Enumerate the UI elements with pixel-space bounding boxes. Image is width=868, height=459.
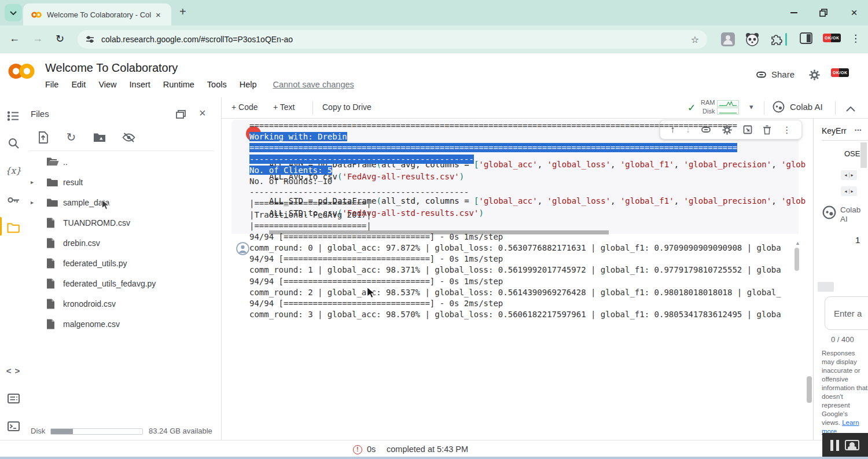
okok-extension-badge[interactable]: OK/OK (823, 34, 841, 42)
disk-usage-label: Disk (31, 427, 45, 435)
output-scroll-up-icon[interactable]: ▲ (795, 240, 800, 246)
output-line: No. of Clients: 5 (249, 165, 788, 176)
webcam-icon[interactable] (845, 440, 859, 450)
account-avatar-badge[interactable]: OK/OK (831, 68, 849, 77)
forward-icon[interactable]: → (32, 32, 43, 45)
reload-icon[interactable]: ↻ (56, 32, 64, 45)
open-in-new-panel-icon[interactable] (176, 110, 186, 121)
table-of-contents-icon[interactable] (6, 108, 21, 123)
runtime-connected-check-icon[interactable]: ✓ (687, 102, 696, 114)
notebook-scrollbar-thumb[interactable] (807, 376, 812, 403)
pager-left-icon[interactable]: ◂ (844, 189, 847, 194)
panel-scrollbar-thumb[interactable] (860, 142, 867, 168)
search-icon[interactable] (6, 135, 21, 150)
browser-menu-icon[interactable]: ⋮ (851, 32, 860, 45)
notebook-title[interactable]: Welcome To Colaboratory (45, 61, 178, 75)
recording-controls-overlay (822, 433, 868, 457)
copy-to-drive-button[interactable]: Copy to Drive (322, 102, 372, 112)
settings-gear-icon[interactable] (809, 69, 820, 83)
extensions-puzzle-icon[interactable] (770, 32, 782, 47)
url-text[interactable]: colab.research.google.com/#scrollTo=P3os… (101, 35, 691, 44)
disk-usage-fill (51, 429, 73, 434)
output-line: 94/94 [==============================] -… (249, 254, 788, 265)
url-bar[interactable]: colab.research.google.com/#scrollTo=P3os… (78, 30, 707, 49)
window-minimize-icon[interactable] (782, 0, 806, 25)
execution-duration: 0s (367, 445, 376, 454)
resources-caret-icon[interactable]: ▾ (749, 102, 753, 111)
site-settings-icon[interactable] (86, 35, 94, 43)
file-tree-item[interactable]: TUANDROMD.csv (0, 212, 222, 233)
file-tree-item[interactable]: federated_utils_fedavg.py (0, 273, 222, 293)
menu-tools[interactable]: Tools (207, 80, 227, 89)
add-text-button[interactable]: + Text (273, 102, 295, 112)
file-tree-item[interactable]: kronodroid.csv (0, 293, 222, 314)
tab-title: Welcome To Colaboratory - Col (47, 10, 152, 19)
disk-usage-bar (50, 428, 143, 435)
folder-open-icon (46, 157, 63, 167)
colab-ai-panel-button[interactable]: Colab AI (822, 205, 866, 224)
pause-icon[interactable] (830, 440, 839, 451)
expand-arrow-icon[interactable]: ▸ (31, 179, 46, 185)
menu-edit[interactable]: Edit (71, 80, 86, 89)
hide-hidden-files-icon[interactable] (121, 130, 136, 145)
share-button[interactable]: Share (756, 69, 795, 79)
command-palette-icon[interactable] (6, 391, 21, 406)
code-snippets-icon[interactable]: < > (6, 363, 21, 378)
refresh-icon[interactable]: ↻ (64, 130, 79, 145)
window-restore-icon[interactable] (812, 0, 835, 25)
expand-arrow-icon[interactable]: ▸ (31, 199, 46, 205)
share-label: Share (771, 69, 795, 79)
browser-tab-strip: Welcome To Colaboratory - Col × + × (0, 0, 868, 25)
bookmark-star-icon[interactable]: ☆ (691, 34, 699, 45)
file-tree-item[interactable]: federated_utils.py (0, 253, 222, 273)
back-icon[interactable]: ← (9, 32, 20, 45)
collapse-sections-icon[interactable] (846, 104, 855, 114)
file-tree-item[interactable]: malgenome.csv (0, 314, 222, 334)
profile-extension-icon[interactable] (721, 32, 735, 49)
upload-file-icon[interactable] (36, 130, 51, 145)
menu-insert[interactable]: Insert (130, 80, 150, 89)
file-name: federated_utils_fedavg.py (63, 279, 156, 288)
pager-control[interactable]: ◂▸ (841, 170, 857, 180)
output-line: |=======================| (249, 221, 788, 232)
panda-extension-icon[interactable] (745, 32, 759, 49)
file-name: result (63, 178, 83, 187)
output-scrollbar-thumb[interactable] (795, 248, 799, 271)
files-close-icon[interactable]: × (199, 107, 206, 120)
file-name: kronodroid.csv (63, 299, 116, 309)
menu-file[interactable]: File (45, 80, 58, 89)
file-tree-item[interactable]: drebin.csv (0, 233, 222, 253)
file-tree-item[interactable]: .. (0, 152, 222, 172)
folder-icon (46, 198, 63, 207)
menu-runtime[interactable]: Runtime (163, 80, 194, 89)
menu-view[interactable]: View (98, 80, 116, 89)
add-code-button[interactable]: + Code (231, 102, 258, 112)
panel-menu-icon[interactable]: ••• (855, 127, 862, 133)
error-side-panel: KeyErr ••• OSE ◂▸ ◂▸ Colab AI 1 Enter a … (813, 119, 868, 440)
colab-ai-button[interactable]: Colab AI (773, 101, 823, 113)
pager-right-icon[interactable]: ▸ (851, 172, 854, 178)
new-tab-icon[interactable]: + (179, 5, 186, 19)
pager-control[interactable]: ◂▸ (841, 186, 857, 196)
file-tree-item[interactable]: ▸result (0, 172, 222, 192)
output-line: 94/94 [==============================] -… (249, 232, 788, 243)
file-tree-item[interactable]: ▸sample_data (0, 192, 222, 212)
browser-tab[interactable]: Welcome To Colaboratory - Col × (23, 3, 171, 25)
save-status[interactable]: Cannot save changes (273, 80, 354, 89)
pager-left-icon[interactable]: ◂ (844, 172, 847, 178)
tab-search-chevron-icon[interactable] (5, 4, 22, 21)
menu-help[interactable]: Help (240, 80, 257, 89)
side-panel-icon[interactable] (800, 32, 812, 46)
ai-prompt-input[interactable]: Enter a (825, 296, 868, 330)
resource-monitor[interactable]: RAM Disk (701, 98, 739, 116)
tab-close-icon[interactable]: × (156, 10, 161, 20)
mount-drive-icon[interactable] (92, 130, 107, 145)
file-name: drebin.csv (63, 238, 100, 248)
output-line: ----------------------------------------… (249, 154, 788, 165)
menu-bar: File Edit View Insert Runtime Tools Help… (45, 80, 354, 89)
file-name: .. (63, 157, 68, 167)
window-close-icon[interactable]: × (843, 0, 866, 25)
file-name: TUANDROMD.csv (63, 218, 130, 227)
output-line: ========================================… (249, 142, 788, 153)
pager-right-icon[interactable]: ▸ (851, 189, 854, 194)
